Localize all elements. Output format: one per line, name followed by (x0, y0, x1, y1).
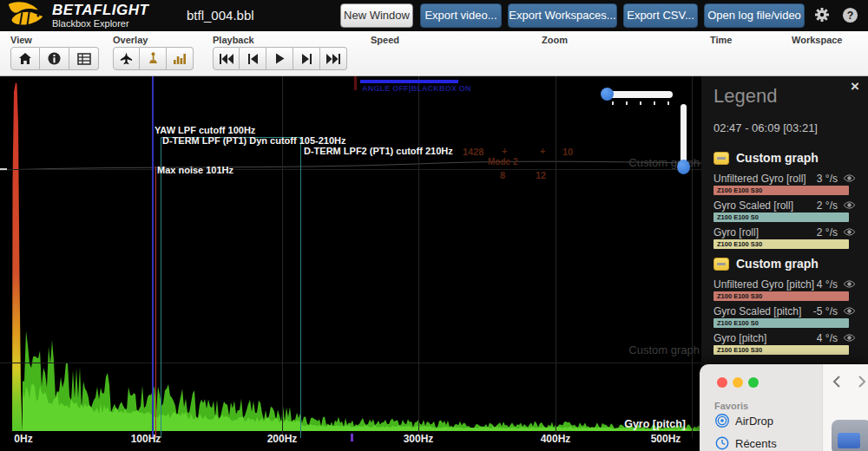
eye-icon[interactable] (842, 225, 856, 240)
open-log-button[interactable]: Open log file/video (704, 3, 805, 28)
eye-icon[interactable] (842, 277, 856, 292)
flight-mode-bar (360, 80, 458, 83)
jump-start-button[interactable] (213, 47, 240, 70)
play-icon (274, 53, 285, 64)
back-chevron-icon[interactable] (832, 375, 841, 392)
legend-title: Legend (713, 85, 856, 108)
axis-label-300hz: 300Hz (392, 433, 444, 445)
legend-curve-tag[interactable]: Z100 E100 S30 (713, 345, 849, 355)
export-video-button[interactable]: Export video... (420, 3, 502, 28)
log-time-range: 02:47 - 06:09 [03:21] (713, 121, 856, 134)
axis-tick-left (0, 168, 7, 170)
graph-zoom-vertical-thumb[interactable] (677, 160, 690, 174)
export-csv-button[interactable]: Export CSV... (623, 3, 698, 28)
axis-label-100hz: 100Hz (120, 433, 172, 445)
legend-group-roll: Custom graph Unfiltered Gyro [roll] 3 °/… (713, 151, 856, 249)
legend-row: Gyro [pitch] 4 °/s Z100 E100 S30 (713, 331, 856, 355)
folder-app-icon[interactable] (832, 420, 868, 451)
axis-label-400hz: 400Hz (529, 433, 582, 445)
finder-window[interactable]: Favoris AirDrop Récents (700, 364, 868, 451)
workspace-section-label: Workspace (792, 35, 843, 45)
legend-curve-tag[interactable]: Z100 E100 S30 (713, 291, 849, 301)
play-pause-button[interactable] (266, 47, 293, 70)
legend-row: Unfiltered Gyro [roll] 3 °/s Z100 E100 S… (713, 172, 856, 195)
legend-row: Gyro Scaled [pitch] -5 °/s Z100 E100 S0 (713, 304, 856, 328)
legend-curve-tag[interactable]: Z100 E100 S30 (713, 239, 849, 249)
legend-field-label: Gyro [pitch] (713, 332, 817, 344)
graph-title-2: Custom graph (595, 343, 700, 356)
new-window-button[interactable]: New Window (340, 3, 413, 28)
eye-icon[interactable] (842, 198, 856, 213)
slider-tick (667, 101, 669, 105)
home-view-button[interactable] (10, 47, 40, 70)
export-workspaces-button[interactable]: Export Workspaces... (508, 3, 617, 28)
eye-icon[interactable] (842, 330, 856, 346)
collapse-group-button[interactable] (713, 258, 729, 271)
analyser-overlay-button[interactable] (167, 47, 194, 70)
toolbar: View Overlay Playback (0, 31, 868, 76)
slider-tick (626, 101, 628, 105)
overlay-section-label: Overlay (113, 35, 148, 45)
close-traffic-light[interactable] (717, 377, 727, 388)
settings-gear-icon[interactable] (814, 7, 832, 24)
yaw-lpf-annotation: YAW LPF cutoff 100Hz (155, 125, 255, 135)
blackbox-explorer-app: BETAFLIGHT Blackbox Explorer btfl_004.bb… (0, 0, 868, 451)
legend-group-title: Custom graph (736, 151, 819, 165)
log-info-button[interactable] (40, 47, 69, 70)
close-icon[interactable]: × (851, 78, 859, 95)
jump-end-button[interactable] (320, 47, 347, 70)
stick-icon (147, 52, 160, 65)
max-noise-annotation: Max noise 101Hz (157, 165, 233, 175)
slider-tick (640, 101, 641, 105)
legend-curve-tag[interactable]: Z100 E100 S30 (713, 186, 849, 195)
next-frame-button[interactable] (293, 47, 320, 70)
legend-curve-tag[interactable]: Z100 E100 S0 (713, 212, 849, 222)
step-back-icon (247, 54, 259, 64)
graph-opacity-slider-thumb[interactable] (601, 88, 614, 101)
slider-tick (612, 101, 614, 105)
sticks-overlay-button[interactable] (140, 47, 167, 70)
gridline-500hz (692, 76, 693, 438)
eye-icon[interactable] (842, 304, 856, 319)
craft-overlay-button[interactable] (113, 47, 140, 70)
speed-section-label: Speed (371, 35, 399, 45)
legend-field-label: Gyro Scaled [roll] (713, 199, 817, 212)
sidebar-item-recents[interactable]: Récents (715, 436, 777, 450)
app-title: BETAFLIGHT (52, 3, 148, 17)
legend-curve-tag[interactable]: Z100 E100 S0 (713, 318, 849, 328)
table-icon (77, 53, 91, 65)
forward-chevron-icon[interactable] (858, 375, 866, 392)
gridline-300hz (418, 76, 419, 438)
header-bar: BETAFLIGHT Blackbox Explorer btfl_004.bb… (0, 0, 868, 31)
legend-row: Unfiltered Gyro [pitch] 4 °/s Z100 E100 … (713, 278, 856, 301)
view-section-label: View (10, 35, 32, 45)
legend-group-title: Custom graph (736, 257, 819, 271)
dc-spike (12, 82, 23, 431)
legend-field-value: 3 °/s (817, 173, 838, 185)
legend-field-label: Unfiltered Gyro [pitch] (713, 278, 817, 291)
legend-field-value: -5 °/s (813, 305, 838, 317)
skip-to-start-icon (220, 54, 233, 64)
maximize-traffic-light[interactable] (748, 377, 759, 388)
legend-row: Gyro [roll] 2 °/s Z100 E100 S30 (713, 226, 856, 249)
zoom-section-label: Zoom (542, 35, 568, 45)
frequency-spectrum-plot (0, 76, 701, 438)
legend-field-label: Gyro [roll] (713, 226, 817, 239)
plane-icon (120, 52, 133, 65)
flight-mode-text: ANGLE OFF|BLACKBOX ON (362, 84, 471, 93)
spectrum-bars-icon (173, 52, 187, 65)
legend-field-label: Gyro Scaled [pitch] (713, 305, 813, 317)
minimize-traffic-light[interactable] (733, 377, 743, 388)
legend-group-pitch: Custom graph Unfiltered Gyro [pitch] 4 °… (713, 257, 856, 355)
yaw-lpf-cutoff-line (152, 76, 154, 438)
help-icon[interactable]: ? (842, 7, 859, 24)
sidebar-item-airdrop[interactable]: AirDrop (715, 414, 773, 428)
eye-icon[interactable] (842, 171, 856, 186)
prev-frame-button[interactable] (240, 47, 266, 70)
collapse-group-button[interactable] (713, 152, 729, 165)
skip-to-end-icon (326, 54, 340, 64)
legend-field-value: 4 °/s (817, 278, 838, 291)
table-view-button[interactable] (69, 47, 99, 70)
legend-field-value: 2 °/s (817, 199, 838, 212)
sidebar-item-label: Récents (735, 437, 777, 450)
